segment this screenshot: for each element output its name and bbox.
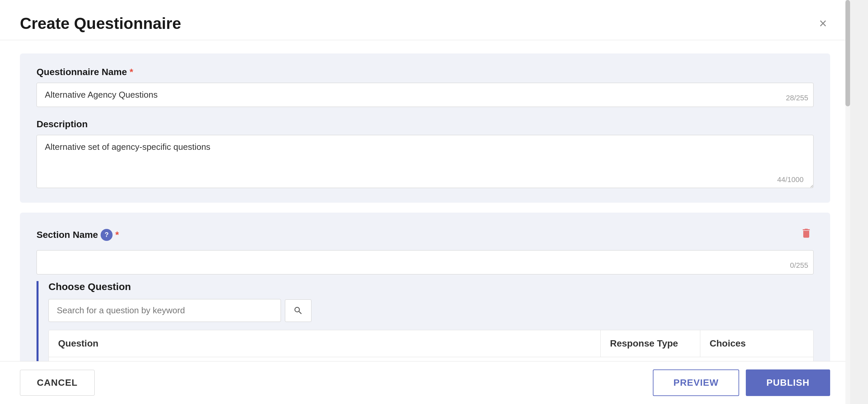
table-body xyxy=(49,357,813,361)
description-wrapper: Alternative set of agency-specific quest… xyxy=(36,135,813,190)
modal-container: Create Questionnaire × Questionnaire Nam… xyxy=(0,0,850,404)
questionnaire-info-card: Questionnaire Name * 28/255 Description … xyxy=(20,54,830,203)
table-header-question: Question xyxy=(49,330,601,357)
choose-question-box: Choose Question Question Response Type C… xyxy=(36,281,813,361)
table-header-response-type: Response Type xyxy=(601,330,700,357)
modal-title: Create Questionnaire xyxy=(20,14,181,33)
cancel-button[interactable]: CANCEL xyxy=(20,370,95,396)
table-header-choices: Choices xyxy=(700,330,813,357)
modal-header: Create Questionnaire × xyxy=(0,0,850,40)
section-required-star: * xyxy=(115,230,119,240)
questionnaire-name-char-count: 28/255 xyxy=(786,94,808,102)
section-card: Section Name ? * 0/255 Choose Question xyxy=(20,213,830,361)
section-header: Section Name ? * xyxy=(36,226,813,243)
description-label: Description xyxy=(36,119,813,129)
preview-button[interactable]: PREVIEW xyxy=(653,370,739,396)
close-button[interactable]: × xyxy=(816,13,830,33)
choose-question-title: Choose Question xyxy=(49,281,813,292)
delete-section-button[interactable] xyxy=(799,226,813,243)
questionnaire-name-input[interactable] xyxy=(36,83,813,107)
scrollbar-thumb[interactable] xyxy=(845,0,850,106)
section-name-char-count: 0/255 xyxy=(790,261,808,270)
scrollbar-track[interactable] xyxy=(845,0,850,404)
questionnaire-name-wrapper: 28/255 xyxy=(36,83,813,107)
section-name-input[interactable] xyxy=(36,250,813,275)
modal-footer: CANCEL PREVIEW PUBLISH xyxy=(0,361,850,404)
question-table: Question Response Type Choices xyxy=(49,330,813,361)
section-name-label-group: Section Name ? * xyxy=(36,229,119,241)
footer-right-buttons: PREVIEW PUBLISH xyxy=(653,370,830,396)
search-row xyxy=(49,299,813,322)
section-name-wrapper: 0/255 xyxy=(36,250,813,275)
help-icon[interactable]: ? xyxy=(101,229,113,241)
search-button[interactable] xyxy=(285,299,311,322)
required-star: * xyxy=(129,67,133,78)
description-char-count: 44/1000 xyxy=(777,175,804,184)
question-search-input[interactable] xyxy=(49,299,281,322)
table-header: Question Response Type Choices xyxy=(49,330,813,357)
description-input[interactable]: Alternative set of agency-specific quest… xyxy=(36,135,813,188)
publish-button[interactable]: PUBLISH xyxy=(746,370,830,396)
modal-body: Questionnaire Name * 28/255 Description … xyxy=(0,40,850,361)
questionnaire-name-label: Questionnaire Name * xyxy=(36,67,813,78)
